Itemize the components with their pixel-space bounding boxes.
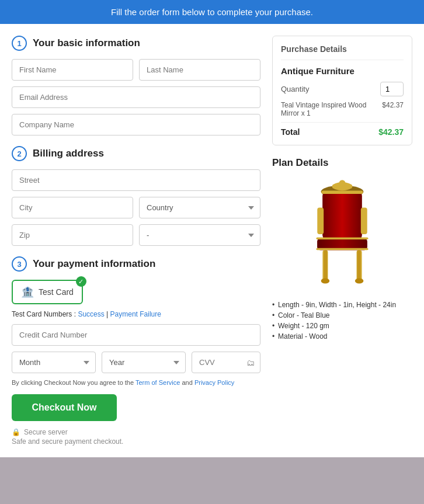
- country-select[interactable]: Country United States United Kingdom: [139, 197, 260, 218]
- success-link[interactable]: Success: [78, 310, 104, 318]
- cvv-row: Month 01 02 03 12 Year 2024 2025 2026 🗂: [12, 352, 260, 373]
- checkout-button[interactable]: Checkout Now: [12, 394, 117, 421]
- item-row: Teal Vintage Inspired Wood Mirror x 1 $4…: [281, 101, 404, 117]
- section-3-number: 3: [12, 256, 27, 272]
- terms-before: By clicking Checkout Now you agree to th…: [12, 379, 134, 386]
- purchase-details-title: Purchase Details: [281, 44, 404, 60]
- left-panel: 1 Your basic information 2 Billing addre…: [12, 36, 260, 446]
- terms-text: By clicking Checkout Now you agree to th…: [12, 379, 260, 386]
- failure-link[interactable]: Payment Failure: [110, 310, 161, 318]
- company-input[interactable]: [12, 114, 260, 135]
- company-row: [12, 114, 260, 135]
- svg-point-18: [348, 185, 352, 189]
- total-row: Total $42.37: [281, 122, 404, 137]
- purchase-details-box: Purchase Details Antique Furniture Quant…: [272, 36, 412, 145]
- tos-link[interactable]: Term of Service: [135, 379, 180, 386]
- section-2-title: Billing address: [33, 148, 104, 159]
- plan-spec-item: Length - 9in, Width - 1in, Height - 24in: [272, 300, 412, 310]
- city-country-row: Country United States United Kingdom: [12, 197, 260, 218]
- banner-text: Fill the order form below to complete yo…: [111, 7, 313, 17]
- svg-point-16: [339, 180, 346, 186]
- section-3-title: Your payment information: [33, 258, 155, 270]
- svg-rect-3: [322, 190, 363, 193]
- product-name: Antique Furniture: [281, 66, 404, 76]
- section-1-number: 1: [12, 36, 27, 51]
- section-2-number: 2: [12, 146, 27, 161]
- payment-card-option[interactable]: 🏦 Test Card ✓: [12, 280, 83, 304]
- svg-point-20: [355, 278, 364, 283]
- svg-rect-14: [357, 250, 360, 279]
- privacy-link[interactable]: Privacy Policy: [194, 379, 234, 386]
- svg-rect-5: [317, 208, 324, 234]
- section-1-title: Your basic information: [33, 37, 140, 49]
- svg-rect-13: [324, 250, 327, 279]
- plan-spec-item: Color - Teal Blue: [272, 310, 412, 321]
- quantity-input[interactable]: [380, 82, 404, 96]
- state-select[interactable]: -: [139, 224, 260, 246]
- secure-label: Secure server: [24, 428, 68, 436]
- svg-point-17: [332, 185, 336, 189]
- plan-image-area: [272, 176, 412, 293]
- terms-and: and: [182, 379, 194, 386]
- svg-rect-9: [316, 237, 368, 239]
- safe-text: Safe and secure payment checkout.: [12, 437, 260, 446]
- year-select[interactable]: Year 2024 2025 2026: [102, 352, 186, 373]
- payment-header: 3 Your payment information: [12, 256, 260, 272]
- month-select[interactable]: Month 01 02 03 12: [12, 352, 96, 373]
- zip-input[interactable]: [12, 224, 133, 246]
- test-card-numbers: Test Card Numbers : Success | Payment Fa…: [12, 310, 260, 318]
- quantity-row: Quantity: [281, 82, 404, 96]
- billing-header: 2 Billing address: [12, 146, 260, 161]
- quantity-label: Quantity: [281, 85, 309, 93]
- plan-spec-item: Weight - 120 gm: [272, 321, 412, 331]
- test-card-label: Test Card Numbers :: [12, 310, 76, 318]
- name-row: [12, 59, 260, 81]
- street-input[interactable]: [12, 169, 260, 191]
- check-badge: ✓: [76, 276, 86, 287]
- total-label: Total: [281, 127, 300, 137]
- basic-info-header: 1 Your basic information: [12, 36, 260, 51]
- svg-rect-10: [316, 248, 368, 251]
- plan-specs: Length - 9in, Width - 1in, Height - 24in…: [272, 300, 412, 342]
- cvv-wrapper: 🗂: [192, 352, 260, 373]
- cc-row: [12, 324, 260, 346]
- main-content: 1 Your basic information 2 Billing addre…: [0, 24, 424, 457]
- first-name-input[interactable]: [12, 59, 133, 81]
- svg-point-19: [321, 278, 330, 283]
- secure-row: 🔒 Secure server: [12, 428, 260, 436]
- total-amount: $42.37: [378, 127, 404, 137]
- last-name-input[interactable]: [139, 59, 260, 81]
- cc-number-input[interactable]: [12, 324, 260, 346]
- page-wrapper: Fill the order form below to complete yo…: [0, 0, 424, 457]
- item-description: Teal Vintage Inspired Wood Mirror x 1: [281, 101, 382, 117]
- card-icon: 🏦: [21, 286, 34, 298]
- lock-icon: 🔒: [12, 428, 20, 436]
- street-row: [12, 169, 260, 191]
- cvv-card-icon: 🗂: [246, 358, 255, 367]
- card-label: Test Card: [39, 287, 74, 297]
- right-panel: Purchase Details Antique Furniture Quant…: [272, 36, 412, 446]
- plan-details-title: Plan Details: [272, 157, 412, 169]
- email-row: [12, 86, 260, 108]
- plan-spec-item: Material - Wood: [272, 331, 412, 342]
- svg-rect-2: [322, 192, 362, 239]
- item-price: $42.37: [382, 101, 404, 117]
- zip-state-row: -: [12, 224, 260, 246]
- city-input[interactable]: [12, 197, 133, 218]
- chair-image: [298, 176, 386, 293]
- top-banner: Fill the order form below to complete yo…: [0, 0, 424, 24]
- email-input[interactable]: [12, 86, 260, 108]
- svg-rect-6: [361, 208, 367, 234]
